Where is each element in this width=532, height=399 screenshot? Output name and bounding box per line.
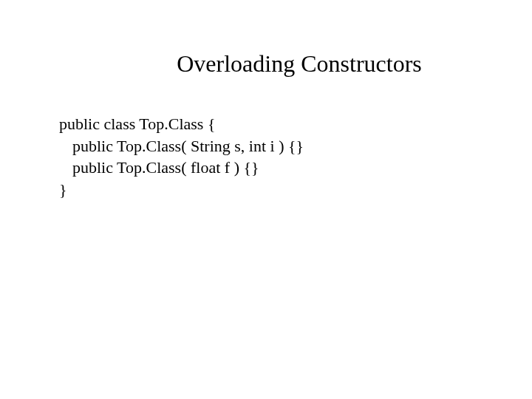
code-line: public class Top.Class {: [59, 113, 532, 135]
slide-title: Overloading Constructors: [111, 50, 488, 78]
code-block: public class Top.Class { public Top.Clas…: [59, 113, 532, 201]
code-line: public Top.Class( String s, int i ) {}: [59, 135, 532, 157]
code-line: public Top.Class( float f ) {}: [59, 157, 532, 179]
code-line: }: [59, 179, 532, 201]
slide: Overloading Constructors public class To…: [0, 50, 532, 399]
